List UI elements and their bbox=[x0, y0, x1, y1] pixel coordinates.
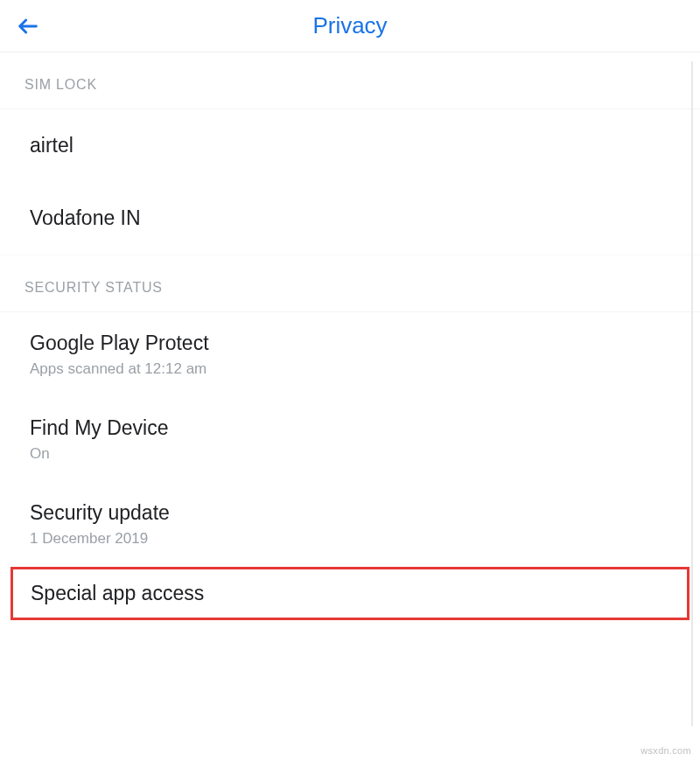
sim-lock-item-vodafone[interactable]: Vodafone IN bbox=[0, 182, 700, 255]
watermark-text: wsxdn.com bbox=[640, 745, 691, 756]
list-item-subtitle: Apps scanned at 12:12 am bbox=[30, 360, 676, 378]
security-item-find-my-device[interactable]: Find My Device On bbox=[0, 397, 700, 482]
settings-list: SIM LOCK airtel Vodafone IN SECURITY STA… bbox=[0, 52, 700, 620]
security-item-security-update[interactable]: Security update 1 December 2019 bbox=[0, 482, 700, 567]
list-item-title: Google Play Protect bbox=[30, 332, 676, 355]
list-item-subtitle: 1 December 2019 bbox=[30, 530, 676, 548]
list-item-title: Security update bbox=[30, 501, 676, 525]
sim-lock-item-airtel[interactable]: airtel bbox=[0, 109, 700, 182]
arrow-back-icon bbox=[16, 14, 40, 38]
section-header-security-status: SECURITY STATUS bbox=[0, 255, 700, 312]
list-item-title: airtel bbox=[30, 134, 676, 157]
list-item-title: Vodafone IN bbox=[30, 206, 676, 230]
back-button[interactable] bbox=[10, 9, 46, 44]
list-item-title: Special app access bbox=[31, 582, 669, 605]
header-bar: Privacy bbox=[0, 0, 700, 52]
list-item-title: Find My Device bbox=[30, 416, 676, 440]
scrollbar-track bbox=[691, 61, 693, 726]
list-item-subtitle: On bbox=[30, 445, 676, 463]
security-item-play-protect[interactable]: Google Play Protect Apps scanned at 12:1… bbox=[0, 312, 700, 397]
security-item-special-app-access[interactable]: Special app access bbox=[10, 567, 690, 620]
section-header-sim-lock: SIM LOCK bbox=[0, 52, 700, 109]
page-title: Privacy bbox=[0, 12, 700, 39]
